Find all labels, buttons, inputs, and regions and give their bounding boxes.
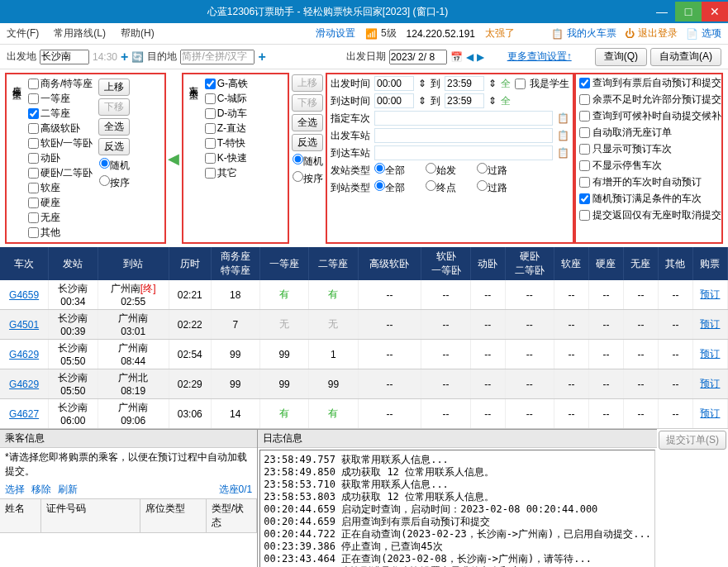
traintype-0[interactable]: G-高铁 — [205, 77, 248, 91]
opt-7[interactable]: 随机预订满足条件的车次 — [579, 192, 718, 206]
traintype-5[interactable]: K-快速 — [205, 151, 248, 165]
arr-type-end[interactable] — [426, 180, 436, 191]
opt-3[interactable]: 自动取消无座订单 — [579, 126, 718, 140]
book-button[interactable]: 预订 — [700, 348, 720, 360]
train-no[interactable]: G4659 — [9, 289, 39, 301]
dep-type-pass[interactable] — [477, 163, 488, 174]
traintype-3[interactable]: Z-直达 — [205, 122, 248, 136]
dep-type-all[interactable] — [374, 163, 385, 174]
traintype-1[interactable]: C-城际 — [205, 92, 248, 106]
seat-5[interactable]: 动卧 — [28, 151, 93, 165]
spec-train-input[interactable] — [374, 111, 553, 126]
menu-file[interactable]: 文件(F) — [7, 26, 39, 40]
logout[interactable]: 退出登录 — [638, 26, 678, 40]
train-order[interactable] — [293, 171, 303, 182]
seat-inv[interactable]: 反选 — [98, 138, 130, 155]
arr-sta-input[interactable] — [374, 145, 553, 160]
opt-0[interactable]: 查询到有票后自动预订和提交 — [579, 76, 718, 90]
seat-2[interactable]: 二等座 — [28, 107, 93, 121]
seat-7[interactable]: 软座 — [28, 181, 93, 195]
seat-order[interactable] — [99, 175, 110, 186]
train-no[interactable]: G4627 — [9, 408, 39, 420]
opt-5[interactable]: 不显示停售车次 — [579, 159, 718, 173]
menu-route[interactable]: 常用路线(L) — [54, 26, 106, 40]
auto-query-button[interactable]: 自动查询(A) — [650, 48, 721, 66]
to-input[interactable] — [180, 50, 255, 64]
opt-1[interactable]: 余票不足时允许部分预订提交 — [579, 93, 718, 107]
traintype-2[interactable]: D-动车 — [205, 107, 248, 121]
opt-2[interactable]: 查询到可候补时自动提交候补 — [579, 109, 718, 123]
table-row[interactable]: G4629长沙南05:50广州南08:4402:5499991---------… — [0, 340, 728, 369]
table-row[interactable]: G4659长沙南00:34广州南[终]02:5502:2118有有-------… — [0, 280, 728, 310]
seat-8[interactable]: 硬座 — [28, 196, 93, 210]
swap-icon[interactable]: 🔄 — [131, 51, 144, 63]
arr-type-all[interactable] — [374, 180, 385, 191]
more-settings[interactable]: 更多查询设置↑ — [507, 50, 572, 64]
dep-time-to[interactable] — [445, 76, 484, 91]
arr-time-from[interactable] — [374, 93, 414, 108]
date-next-icon[interactable]: ▶ — [477, 51, 484, 63]
options[interactable]: 选项 — [702, 26, 721, 40]
seat-3[interactable]: 高级软卧 — [28, 122, 93, 136]
seat-6[interactable]: 硬卧/二等卧 — [28, 166, 93, 180]
train-no[interactable]: G4629 — [9, 349, 39, 360]
traintype-4[interactable]: T-特快 — [205, 136, 248, 150]
table-row[interactable]: G4627长沙南06:00广州南09:0603:0614有有----------… — [0, 399, 728, 429]
add-to-icon[interactable]: + — [258, 50, 265, 64]
slide-settings[interactable]: 滑动设置 — [316, 26, 355, 40]
table-row[interactable]: G4501长沙南00:39广州南03:0102:227无无-----------… — [0, 310, 728, 340]
seat-random[interactable] — [99, 158, 110, 169]
calendar-icon[interactable]: 📅 — [450, 51, 463, 63]
book-button[interactable]: 预订 — [700, 318, 720, 330]
pick-arr-icon[interactable]: 📋 — [557, 147, 569, 159]
seat-1[interactable]: 一等座 — [28, 92, 93, 106]
train-no[interactable]: G4629 — [9, 379, 39, 390]
my-tickets[interactable]: 我的火车票 — [567, 26, 616, 40]
submit-order-button[interactable]: 提交订单(S) — [659, 431, 726, 450]
add-from-icon[interactable]: + — [121, 50, 128, 64]
book-button[interactable]: 预订 — [700, 288, 720, 300]
opt-6[interactable]: 有增开的车次时自动预订 — [579, 175, 718, 189]
arr-time-to[interactable] — [445, 93, 484, 108]
from-input[interactable] — [40, 50, 89, 64]
pass-remove[interactable]: 移除 — [31, 483, 51, 497]
pass-refresh[interactable]: 刷新 — [58, 483, 78, 497]
train-no[interactable]: G4501 — [9, 319, 39, 331]
date-input[interactable] — [389, 50, 447, 64]
dep-type-start[interactable] — [426, 163, 436, 174]
traintype-6[interactable]: 其它 — [205, 166, 248, 180]
maximize-button[interactable]: □ — [675, 2, 702, 21]
student-checkbox[interactable] — [515, 79, 526, 89]
all-day-icon2[interactable]: 全 — [501, 94, 511, 108]
pick-train-icon[interactable]: 📋 — [557, 112, 569, 124]
opt-4[interactable]: 只显示可预订车次 — [579, 142, 718, 156]
seat-10[interactable]: 其他 — [28, 226, 93, 240]
dep-sta-input[interactable] — [374, 128, 553, 143]
seat-9[interactable]: 无座 — [28, 211, 93, 225]
log-content[interactable]: 23:58:49.757 获取常用联系人信息... 23:58:49.850 成… — [259, 450, 655, 567]
pick-dep-icon[interactable]: 📋 — [557, 130, 569, 141]
seat-up[interactable]: 上移 — [98, 79, 130, 96]
seat-4[interactable]: 软卧/一等卧 — [28, 136, 93, 150]
arr-type-pass[interactable] — [477, 180, 488, 191]
train-up[interactable]: 上移 — [292, 74, 323, 92]
all-day-icon[interactable]: 全 — [501, 77, 511, 91]
book-button[interactable]: 预订 — [700, 407, 720, 419]
pass-select[interactable]: 选择 — [5, 483, 25, 497]
train-random[interactable] — [293, 154, 303, 164]
strong-link[interactable]: 太强了 — [485, 26, 515, 40]
opt-8[interactable]: 提交返回仅有无座时取消提交 — [579, 208, 718, 222]
minimize-button[interactable]: — — [649, 2, 675, 21]
query-button[interactable]: 查询(Q) — [595, 48, 647, 66]
pass-seat[interactable]: 选座0/1 — [219, 483, 253, 497]
close-button[interactable]: ✕ — [702, 2, 728, 21]
train-inv[interactable]: 反选 — [292, 134, 323, 151]
train-all[interactable]: 全选 — [292, 114, 323, 131]
table-row[interactable]: G4629长沙南05:50广州北08:1902:29999999--------… — [0, 369, 728, 399]
date-prev-icon[interactable]: ◀ — [466, 51, 473, 63]
book-button[interactable]: 预订 — [700, 378, 720, 389]
seat-all[interactable]: 全选 — [98, 118, 130, 136]
seat-0[interactable]: 商务/特等座 — [28, 77, 93, 91]
seat-down[interactable]: 下移 — [98, 98, 130, 116]
menu-help[interactable]: 帮助(H) — [121, 26, 155, 40]
